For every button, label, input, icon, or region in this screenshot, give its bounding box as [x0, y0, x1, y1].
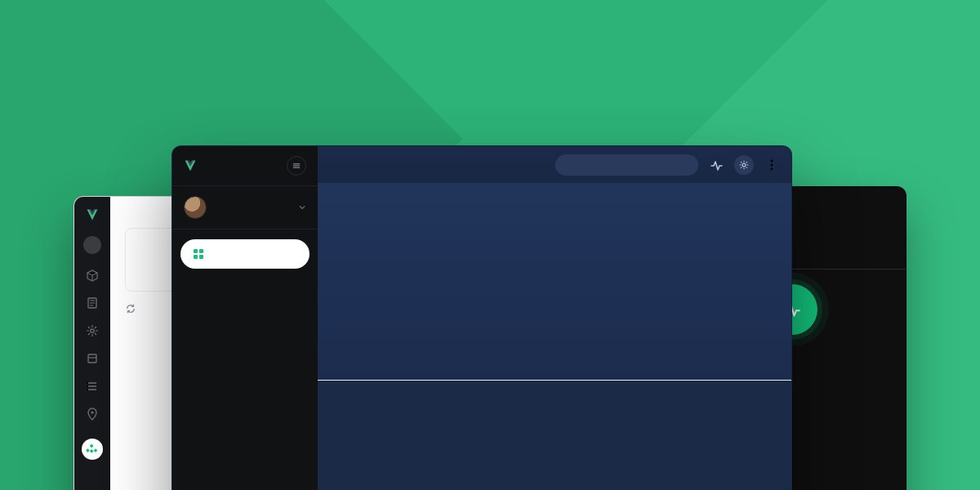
gear-icon [738, 159, 750, 171]
dashboard-main [172, 145, 792, 490]
avatar [184, 196, 207, 219]
sidebar [172, 146, 318, 490]
dashboard-icon [192, 247, 205, 261]
vue-logo-icon [184, 159, 197, 172]
refresh-icon [125, 303, 136, 314]
maps-icon [86, 408, 99, 421]
chevron-down-icon [298, 203, 306, 212]
search-input[interactable] [567, 159, 689, 171]
vue-logo-icon [86, 208, 99, 221]
search[interactable] [555, 154, 698, 176]
kebab-icon[interactable] [765, 158, 778, 172]
settings-button[interactable] [734, 155, 754, 175]
menu-icon [292, 161, 301, 171]
nav-active-dashboard[interactable] [180, 239, 310, 269]
components-icon [86, 324, 99, 337]
brand [184, 159, 203, 172]
widgets-icon [86, 443, 99, 456]
sidebar-toggle[interactable] [287, 156, 306, 176]
avatar [83, 236, 101, 254]
sidebar-user[interactable] [172, 186, 318, 229]
active-rail-item[interactable] [82, 439, 103, 460]
main-area [318, 146, 791, 490]
forms-icon [86, 352, 99, 365]
activity-icon[interactable] [710, 158, 723, 172]
page-icon [86, 296, 99, 310]
stats-row [318, 380, 791, 381]
topbar [318, 146, 791, 184]
box-icon [86, 269, 99, 282]
line-chart [318, 184, 791, 380]
mini-rail [74, 197, 110, 490]
tables-icon [86, 380, 99, 393]
